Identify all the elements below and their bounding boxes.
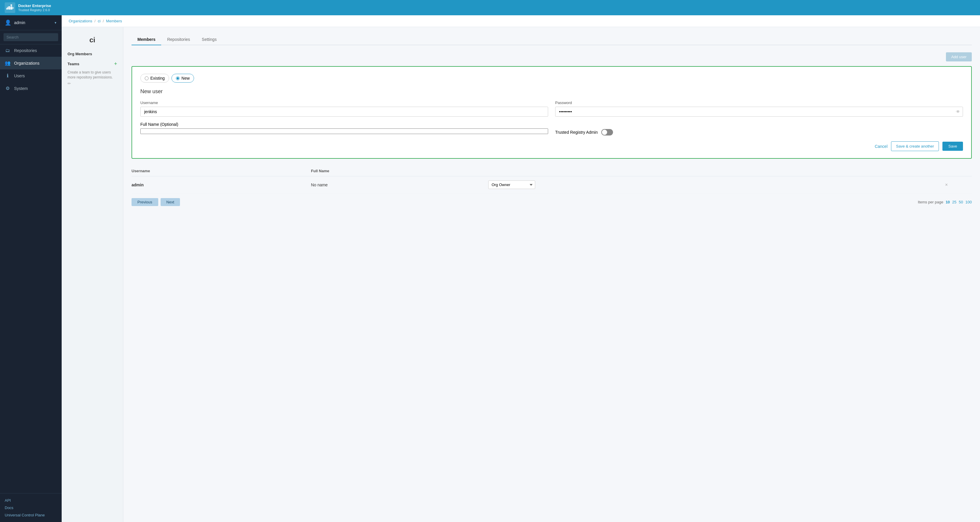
sidebar-user[interactable]: 👤 admin ▼	[0, 15, 62, 30]
table-cell-username: admin	[132, 176, 311, 193]
tabs: Members Repositories Settings	[132, 34, 972, 45]
per-page-10[interactable]: 10	[946, 200, 950, 204]
sidebar-search-container	[0, 30, 62, 45]
col-role	[488, 166, 945, 176]
sidebar-item-users[interactable]: ℹ Users	[0, 69, 62, 82]
existing-label: Existing	[150, 76, 165, 81]
fullname-input[interactable]	[140, 128, 548, 134]
table-cell-action: ×	[945, 176, 972, 193]
col-fullname: Full Name	[311, 166, 488, 176]
sidebar-item-system[interactable]: ⚙ System	[0, 82, 62, 95]
sub-sidebar-teams-header: Teams +	[62, 59, 123, 69]
next-button[interactable]: Next	[161, 198, 180, 206]
sidebar-item-organizations-label: Organizations	[14, 61, 39, 65]
existing-radio-option[interactable]: Existing	[140, 74, 169, 83]
show-password-icon[interactable]: 👁	[956, 109, 960, 114]
trusted-registry-admin-toggle[interactable]	[601, 129, 613, 136]
password-group: Password 👁	[555, 101, 963, 117]
add-team-button[interactable]: +	[114, 61, 117, 67]
sidebar-bottom-links: API Docs Universal Control Plane	[0, 493, 62, 522]
sidebar-item-system-label: System	[14, 86, 28, 91]
fullname-label: Full Name (Optional)	[140, 122, 548, 127]
breadcrumb-organizations[interactable]: Organizations	[69, 19, 92, 23]
teams-label: Teams	[67, 62, 79, 66]
username-input[interactable]	[140, 107, 548, 117]
username-group: Username	[140, 101, 548, 117]
form-actions: Cancel Save & create another Save	[140, 141, 963, 151]
users-icon: ℹ	[5, 73, 11, 78]
breadcrumb-org[interactable]: ci	[98, 19, 100, 23]
sidebar-item-repositories[interactable]: 🗂 Repositories	[0, 45, 62, 57]
app-subtitle: Trusted Registry 2.6.0	[18, 8, 51, 12]
new-radio-option[interactable]: New	[172, 74, 194, 83]
fullname-group: Full Name (Optional)	[140, 122, 548, 134]
sub-sidebar: ci Org Members Teams + Create a team to …	[62, 27, 123, 522]
col-username: Username	[132, 166, 311, 176]
repositories-icon: 🗂	[5, 48, 11, 53]
content-area: ci Org Members Teams + Create a team to …	[62, 27, 980, 522]
docs-link[interactable]: Docs	[5, 506, 57, 510]
new-user-form: Existing New New user Username	[132, 66, 972, 159]
sidebar-item-organizations[interactable]: 👥 Organizations	[0, 57, 62, 69]
api-link[interactable]: API	[5, 498, 57, 503]
new-label: New	[181, 76, 190, 81]
user-icon: 👤	[5, 19, 11, 26]
sidebar-item-users-label: Users	[14, 73, 25, 78]
role-select[interactable]: Org OwnerOrg Member	[488, 180, 535, 189]
members-tbody: adminNo nameOrg OwnerOrg Member×	[132, 176, 972, 193]
remove-member-button[interactable]: ×	[945, 182, 948, 188]
breadcrumb-current: Members	[106, 19, 122, 23]
items-per-page: Items per page 10 25 50 100	[918, 200, 972, 204]
system-icon: ⚙	[5, 86, 11, 91]
page-content: Members Repositories Settings Add user E…	[123, 27, 980, 522]
save-create-another-button[interactable]: Save & create another	[891, 141, 939, 151]
org-name: ci	[62, 33, 123, 50]
teams-description: Create a team to give users more reposit…	[62, 69, 123, 81]
existing-radio[interactable]	[145, 77, 148, 80]
breadcrumb: Organizations / ci / Members	[62, 15, 980, 27]
previous-button[interactable]: Previous	[132, 198, 158, 206]
sub-sidebar-org-members[interactable]: Org Members	[62, 50, 123, 59]
sidebar-username: admin	[14, 20, 51, 25]
form-title: New user	[140, 88, 963, 95]
items-per-page-label: Items per page	[918, 200, 943, 204]
user-type-radio-group: Existing New	[140, 74, 963, 83]
docker-logo-icon	[5, 2, 15, 13]
table-cell-fullname: No name	[311, 176, 488, 193]
app-title-block: Docker Enterprise Trusted Registry 2.6.0	[18, 3, 51, 12]
organizations-icon: 👥	[5, 60, 11, 66]
username-label: Username	[140, 101, 548, 105]
per-page-25[interactable]: 25	[952, 200, 956, 204]
search-input[interactable]	[3, 33, 58, 41]
edit-icon[interactable]: ✏	[62, 81, 123, 86]
form-row-fullname: Full Name (Optional) Trusted Registry Ad…	[140, 122, 963, 136]
pagination-buttons: Previous Next	[132, 198, 180, 206]
app-logo: Docker Enterprise Trusted Registry 2.6.0	[5, 2, 51, 13]
layout: 👤 admin ▼ 🗂 Repositories 👥 Organizations…	[0, 15, 980, 522]
per-page-50[interactable]: 50	[959, 200, 963, 204]
table-cell-role: Org OwnerOrg Member	[488, 176, 945, 193]
tab-settings[interactable]: Settings	[196, 34, 223, 45]
add-user-row: Add user	[132, 52, 972, 61]
password-label: Password	[555, 101, 963, 105]
add-user-button[interactable]: Add user	[946, 52, 972, 61]
pagination-row: Previous Next Items per page 10 25 50 10…	[132, 198, 972, 206]
new-radio[interactable]	[176, 77, 180, 80]
ucp-link[interactable]: Universal Control Plane	[5, 513, 57, 517]
svg-rect-6	[11, 5, 12, 6]
trusted-registry-admin-group: Trusted Registry Admin	[555, 122, 963, 136]
sidebar-nav: 🗂 Repositories 👥 Organizations ℹ Users ⚙…	[0, 45, 62, 95]
table-header: Username Full Name	[132, 166, 972, 176]
sidebar: 👤 admin ▼ 🗂 Repositories 👥 Organizations…	[0, 15, 62, 522]
form-row-credentials: Username Password 👁	[140, 101, 963, 117]
toggle-slider	[601, 129, 613, 136]
breadcrumb-sep-2: /	[103, 19, 104, 23]
save-button[interactable]: Save	[942, 142, 963, 151]
org-members-label: Org Members	[67, 52, 117, 56]
cancel-button[interactable]: Cancel	[875, 144, 888, 149]
tab-repositories[interactable]: Repositories	[161, 34, 196, 45]
per-page-100[interactable]: 100	[965, 200, 972, 204]
password-input[interactable]	[555, 107, 963, 117]
tab-members[interactable]: Members	[132, 34, 161, 45]
table-row: adminNo nameOrg OwnerOrg Member×	[132, 176, 972, 193]
